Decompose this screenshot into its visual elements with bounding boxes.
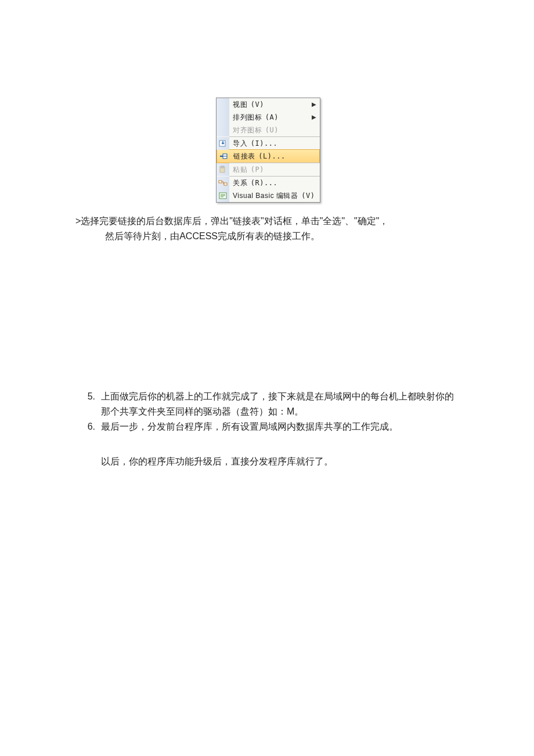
menu-hotkey: (A) xyxy=(264,113,279,121)
menu-label: 导入 xyxy=(233,139,247,147)
context-menu-list: 视图 (V) ▶ 排列图标 (A) ▶ 对齐图标 (U) xyxy=(216,98,320,203)
menu-hotkey: (R)... xyxy=(250,179,277,187)
blank-icon xyxy=(217,124,229,136)
list-number: 6. xyxy=(75,419,101,434)
submenu-arrow-icon: ▶ xyxy=(309,114,316,120)
menu-hotkey: (U) xyxy=(264,126,279,134)
blank-icon xyxy=(217,98,229,111)
menu-hotkey: (L)... xyxy=(257,152,285,160)
list-item: 5. 上面做完后你的机器上的工作就完成了，接下来就是在局域网中的每台机上都映射你… xyxy=(75,389,459,419)
menu-hotkey: (I)... xyxy=(250,139,277,147)
list-text: 上面做完后你的机器上的工作就完成了，接下来就是在局域网中的每台机上都映射你的那个… xyxy=(101,389,459,419)
relations-icon xyxy=(217,177,229,189)
submenu-arrow-icon: ▶ xyxy=(309,102,316,107)
menu-label: 对齐图标 xyxy=(233,126,262,134)
menu-item-import[interactable]: 导入 (I)... xyxy=(217,137,320,150)
menu-hotkey: (V) xyxy=(250,100,264,109)
paragraph-after-menu: >选择完要链接的后台数据库后，弹出"链接表"对话框，单击"全选"、"确定"， 然… xyxy=(75,214,459,244)
menu-item-view[interactable]: 视图 (V) ▶ xyxy=(217,98,320,111)
context-menu: 视图 (V) ▶ 排列图标 (A) ▶ 对齐图标 (U) xyxy=(216,98,320,203)
menu-item-relations[interactable]: 关系 (R)... xyxy=(217,177,320,189)
closing-paragraph: 以后，你的程序库功能升级后，直接分发程序库就行了。 xyxy=(75,454,459,469)
svg-rect-5 xyxy=(224,183,227,185)
list-item: 6. 最后一步，分发前台程序库，所有设置局域网内数据库共享的工作完成。 xyxy=(75,419,459,434)
svg-rect-4 xyxy=(219,181,222,183)
menu-item-vbe[interactable]: Visual Basic 编辑器 (V) xyxy=(217,189,320,202)
import-icon xyxy=(217,137,229,150)
menu-label: 关系 xyxy=(233,179,247,187)
svg-rect-3 xyxy=(221,166,223,168)
menu-label: 视图 xyxy=(233,100,247,109)
list-text: 最后一步，分发前台程序库，所有设置局域网内数据库共享的工作完成。 xyxy=(101,419,459,434)
menu-hotkey: (V) xyxy=(300,192,315,200)
list-number: 5. xyxy=(75,389,101,419)
paragraph-line: 然后等待片刻，由ACCESS完成所有表的链接工作。 xyxy=(75,229,459,244)
vbe-icon xyxy=(217,189,229,202)
numbered-list: 5. 上面做完后你的机器上的工作就完成了，接下来就是在局域网中的每台机上都映射你… xyxy=(75,389,459,434)
menu-label: 粘贴 xyxy=(233,165,247,174)
blank-icon xyxy=(217,111,229,124)
menu-label: 链接表 xyxy=(233,152,255,160)
menu-label: Visual Basic 编辑器 xyxy=(233,192,298,200)
menu-item-align-icons: 对齐图标 (U) xyxy=(217,124,320,136)
menu-hotkey: (P) xyxy=(250,165,264,174)
menu-item-arrange-icons[interactable]: 排列图标 (A) ▶ xyxy=(217,111,320,124)
paragraph-line: >选择完要链接的后台数据库后，弹出"链接表"对话框，单击"全选"、"确定"， xyxy=(75,214,459,229)
menu-label: 排列图标 xyxy=(233,113,262,121)
menu-item-paste: 粘贴 (P) xyxy=(217,163,320,176)
paste-icon xyxy=(217,163,229,176)
link-table-icon xyxy=(217,150,230,163)
paragraph-line: 以后，你的程序库功能升级后，直接分发程序库就行了。 xyxy=(75,454,459,469)
menu-item-link-table[interactable]: 链接表 (L)... xyxy=(217,149,320,163)
